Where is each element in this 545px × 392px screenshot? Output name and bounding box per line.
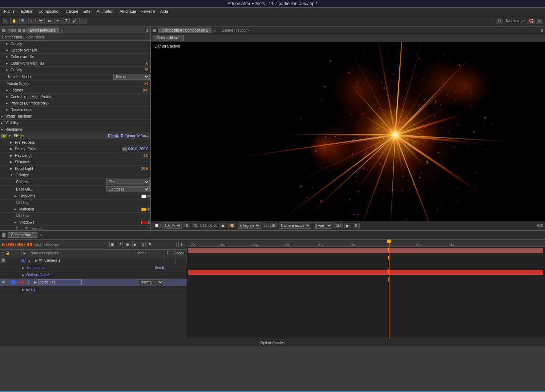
panel-options[interactable]: ≡ (146, 28, 149, 33)
particules-name-input[interactable] (38, 279, 82, 285)
anchor-tool[interactable]: ⊕ (46, 18, 53, 24)
rendering-triangle[interactable] (1, 128, 3, 131)
tc-btn4[interactable]: ▶ (132, 242, 138, 247)
timeline-tab[interactable]: Composition 1 (8, 232, 37, 238)
comp-footer-btn2[interactable]: ⊞ (183, 223, 190, 228)
reinit-link[interactable]: Réinit. (108, 134, 119, 138)
tab-close[interactable]: × (61, 28, 63, 33)
menu-fenetre[interactable]: Fenêtre (139, 8, 157, 14)
transformer-reinit[interactable]: Réinit. (155, 266, 165, 270)
ray-length-triangle[interactable] (10, 154, 12, 157)
world-transform-triangle[interactable] (1, 115, 3, 118)
gravity-triangle[interactable] (6, 42, 8, 45)
camera-select[interactable]: Caméra active (279, 222, 311, 229)
color-from-main-triangle[interactable] (6, 62, 8, 65)
tc-btn1[interactable]: ⊞ (109, 242, 115, 247)
menu-calque[interactable]: Calque (64, 8, 81, 14)
tc-btn2[interactable]: ↺ (117, 242, 123, 247)
source-point-triangle[interactable] (10, 147, 12, 151)
particules-expand-triangle[interactable]: ▶ (34, 280, 37, 284)
boost-light-value[interactable]: 20,6 (128, 167, 150, 171)
effects-tab[interactable]: Effets particules (27, 28, 59, 33)
highlights-swatch[interactable] (141, 195, 146, 198)
base-on-select[interactable]: Lightness Luminance Alpha (106, 186, 150, 192)
menu-affichage[interactable]: Affichage (117, 8, 138, 14)
comp-color-btn[interactable]: 🎨 (228, 223, 236, 228)
visibility-triangle[interactable] (1, 121, 3, 124)
pen-tool[interactable]: ✒ (54, 18, 61, 24)
source-point-value[interactable]: 640,0, 360,0 (128, 147, 150, 151)
highlights-triangle[interactable] (15, 195, 17, 198)
boost-light-triangle[interactable] (10, 167, 12, 170)
time-display[interactable]: 0:00:06:00 (2, 242, 32, 248)
comp-render-btn[interactable]: ▶ (344, 223, 351, 228)
tc-btn6[interactable]: ▼ (178, 242, 185, 247)
comp-record-btn[interactable]: ⏺ (219, 223, 226, 228)
comp-3d-btn[interactable]: 3D (334, 223, 343, 228)
zoom-select[interactable]: 100 % 50 % 200 % (162, 222, 182, 229)
select-tool[interactable]: ↖ (2, 18, 9, 24)
colorize-select[interactable]: Fire None Custom (106, 179, 150, 185)
physics-triangle[interactable] (6, 102, 8, 105)
color-from-main-value[interactable]: 0 (128, 61, 150, 65)
camera-color-dot[interactable] (21, 259, 24, 262)
control-main-triangle[interactable] (6, 95, 8, 98)
snap-btn[interactable]: ⊡ (496, 18, 503, 24)
menu-fichier[interactable]: Fichier (2, 8, 18, 14)
comp-panel-options[interactable]: ≡ (541, 28, 543, 33)
tc-btn3[interactable]: ⊕ (125, 242, 130, 247)
midtones-swatch[interactable] (141, 208, 146, 211)
comp-footage-btn[interactable]: □ (263, 223, 269, 228)
comp-footer-btn1[interactable]: 🔲 (153, 223, 161, 228)
ray-length-value[interactable]: 4,0 (128, 154, 150, 158)
randomness-triangle[interactable] (6, 108, 8, 111)
text-tool[interactable]: T (62, 18, 70, 24)
particules-mode-select[interactable]: Normal Add Screen (138, 279, 164, 285)
move-tool[interactable]: ✋ (10, 18, 18, 24)
panel-menu-icon[interactable] (2, 29, 5, 32)
composition1-tab[interactable]: Composition 1 (153, 35, 184, 41)
shadows-swatch[interactable] (141, 221, 146, 224)
transfer-mode-select[interactable]: Screen Add Normal (113, 74, 150, 80)
shine-triangle[interactable] (8, 134, 11, 138)
midtones-triangle[interactable] (15, 208, 17, 211)
stamp-tool[interactable]: ⊞ (79, 18, 86, 24)
options-camera-triangle[interactable]: ▶ (22, 273, 24, 277)
menu-animation[interactable]: Animation (94, 8, 117, 14)
color-life-triangle[interactable] (6, 55, 8, 58)
register-link[interactable]: Register (121, 134, 136, 138)
feather-value[interactable]: 100 (128, 88, 150, 92)
rotate-tool[interactable]: ↩ (28, 18, 36, 24)
shimmer-triangle[interactable] (10, 160, 12, 164)
magnet-btn[interactable]: 🧲 (527, 18, 535, 24)
opacity-life-triangle[interactable] (6, 49, 8, 52)
feather-triangle[interactable] (6, 89, 8, 92)
transformer-triangle[interactable]: ▶ (22, 266, 24, 270)
comp-more-btn[interactable]: ⚙ (353, 223, 360, 228)
menu-composition[interactable]: Composition (36, 8, 63, 14)
camera-tool[interactable]: 📷 (37, 18, 45, 24)
particules-color-dot[interactable] (21, 281, 24, 284)
playhead[interactable] (389, 240, 389, 339)
pre-process-triangle[interactable] (10, 141, 12, 144)
comp-footer-btn3[interactable]: ⊡ (192, 223, 198, 228)
tc-btn5[interactable]: ⊙ (140, 242, 146, 247)
menu-edition[interactable]: Edition (19, 8, 36, 14)
views-select[interactable]: 1 vue 2 vues (313, 222, 332, 229)
menu-aide[interactable]: Aide (158, 8, 170, 14)
gravity-val-triangle[interactable] (6, 68, 8, 72)
timeline-tab-close[interactable]: × (40, 233, 42, 237)
infos-link[interactable]: Infos... (137, 134, 149, 138)
search-input[interactable] (148, 242, 177, 247)
comp-tab-close[interactable]: × (214, 28, 216, 33)
camera-expand-triangle[interactable]: ▶ (35, 258, 38, 262)
grid-btn[interactable]: ⊞ (536, 18, 543, 24)
eye-icon-camera[interactable]: 👁 (1, 258, 5, 263)
shadows-triangle[interactable] (15, 221, 17, 224)
menu-effet[interactable]: Effet (81, 8, 94, 14)
zoom-tool[interactable]: 🔍 (19, 18, 27, 24)
brush-tool[interactable]: 🖌 (71, 18, 78, 24)
quality-select[interactable]: Intégrale Moitié (238, 222, 261, 229)
comp-tab[interactable]: Composition : Composition 1 (158, 28, 211, 33)
eye-icon-particules[interactable]: 👁 (1, 280, 5, 285)
